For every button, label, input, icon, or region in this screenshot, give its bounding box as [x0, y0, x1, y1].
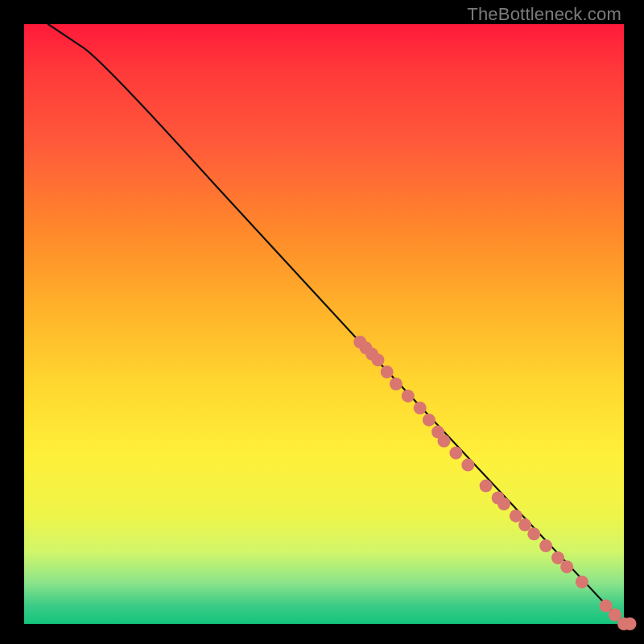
data-point	[461, 459, 474, 472]
chart-svg	[24, 24, 624, 624]
data-point	[390, 378, 402, 390]
data-point	[576, 576, 588, 588]
data-point	[497, 497, 510, 510]
data-point	[449, 447, 462, 460]
data-point	[381, 365, 394, 378]
data-point	[402, 390, 415, 402]
chart-points	[353, 336, 636, 630]
plot-area	[24, 24, 624, 624]
data-point	[539, 539, 552, 552]
attribution-label: TheBottleneck.com	[467, 4, 621, 25]
data-point	[527, 527, 540, 540]
chart-stage: TheBottleneck.com	[0, 0, 644, 644]
data-point	[624, 617, 637, 630]
data-point	[372, 353, 385, 366]
data-point	[480, 480, 493, 493]
data-point	[438, 435, 451, 448]
data-point	[423, 414, 436, 427]
data-point	[414, 402, 427, 415]
data-point	[560, 560, 573, 573]
